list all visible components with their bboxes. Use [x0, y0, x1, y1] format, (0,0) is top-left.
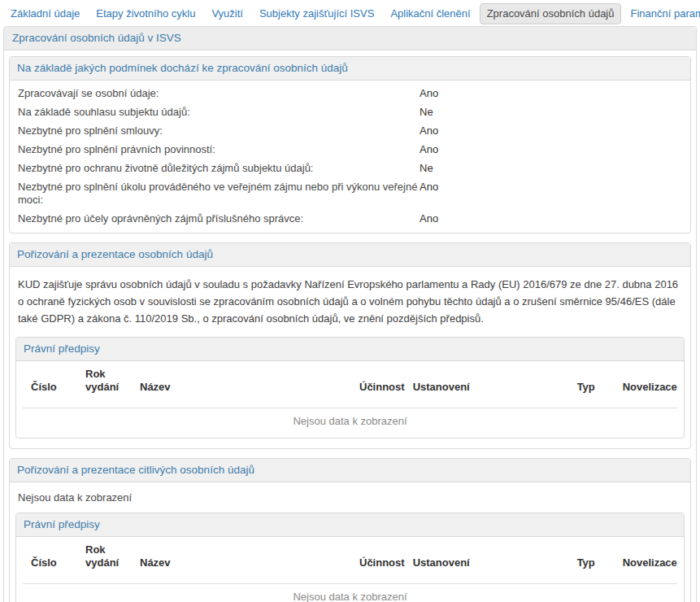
column-header-rok-vydani: Rok vydání [77, 543, 132, 569]
legal-regulations-grid: Číslo Rok vydání Název Účinnost Ustanove… [23, 361, 677, 438]
condition-value: Ano [420, 124, 438, 137]
tab-strip: Základní údaje Etapy životního cyklu Vyu… [0, 0, 700, 24]
section-personal-data-title: Pořizování a prezentace osobních údajů [10, 243, 690, 267]
grid-header-row: Číslo Rok vydání Název Účinnost Ustanove… [23, 361, 677, 408]
column-header-ustanoveni: Ustanovení [405, 556, 569, 569]
tab-vyuziti[interactable]: Využití [204, 3, 250, 24]
condition-label: Na základě souhlasu subjektu údajů: [18, 106, 420, 119]
legal-regulations-grid: Číslo Rok vydání Název Účinnost Ustanove… [23, 537, 677, 602]
column-header-nazev: Název [132, 381, 351, 394]
condition-value: Ano [420, 212, 438, 225]
legal-regulations-panel: Právní předpisy Číslo Rok vydání Název Ú… [15, 337, 685, 438]
condition-value: Ne [420, 106, 433, 119]
column-header-typ: Typ [569, 556, 615, 569]
condition-row: Nezbytné pro splnění právních povinností… [13, 140, 687, 159]
condition-label: Nezbytné pro splnění úkolu prováděného v… [18, 181, 420, 207]
column-header-novelizace: Novelizace [615, 381, 677, 394]
column-header-ucinnost: Účinnost [351, 556, 405, 569]
personal-data-panel: Zpracování osobních údajů v ISVS Na zákl… [3, 26, 697, 602]
condition-row: Nezbytné pro splnění smlouvy: Ano [13, 121, 687, 140]
condition-value: Ano [420, 181, 438, 207]
tab-zpracovani-osobnich-udaju[interactable]: Zpracování osobních údajů [480, 3, 622, 24]
section-personal-data: Pořizování a prezentace osobních údajů K… [9, 242, 691, 449]
section-conditions-body: Zpracovávají se osobní údaje: Ano Na zák… [10, 81, 690, 233]
condition-row: Nezbytné pro splnění úkolu prováděného v… [13, 177, 687, 209]
tab-financni-parametry[interactable]: Finanční parametry [623, 3, 700, 24]
section-sensitive-data: Pořizování a prezentace citlivých osobní… [9, 458, 691, 602]
sensitive-empty-message: Nejsou data k zobrazení [13, 486, 687, 511]
condition-label: Nezbytné pro ochranu životně důležitých … [18, 162, 420, 175]
condition-row: Nezbytné pro účely oprávněných zájmů pří… [13, 209, 687, 228]
column-header-typ: Typ [569, 381, 615, 394]
grid-empty-message: Nejsou data k zobrazení [23, 583, 677, 602]
condition-value: Ano [420, 143, 438, 156]
condition-row: Nezbytné pro ochranu životně důležitých … [13, 159, 687, 177]
tab-subjekty-zajistujici-isvs[interactable]: Subjekty zajišťující ISVS [252, 3, 381, 24]
tab-etapy-zivotniho-cyklu[interactable]: Etapy životního cyklu [89, 3, 202, 24]
tab-zakladni-udaje[interactable]: Základní údaje [3, 3, 87, 24]
condition-value: Ne [420, 162, 433, 175]
condition-value: Ano [420, 87, 438, 100]
condition-label: Nezbytné pro splnění právních povinností… [18, 143, 420, 156]
legal-regulations-title: Právní předpisy [16, 338, 684, 361]
section-personal-data-body: KUD zajišťuje správu osobních údajů v so… [10, 267, 690, 448]
condition-row: Na základě souhlasu subjektu údajů: Ne [13, 103, 687, 121]
column-header-ucinnost: Účinnost [351, 381, 405, 394]
section-sensitive-data-body: Nejsou data k zobrazení Právní předpisy … [10, 482, 690, 602]
section-conditions: Na základě jakých podmínek dochází ke zp… [9, 56, 691, 233]
gdpr-description: KUD zajišťuje správu osobních údajů v so… [13, 270, 687, 335]
grid-header-row: Číslo Rok vydání Název Účinnost Ustanove… [23, 537, 677, 583]
legal-regulations-title: Právní předpisy [16, 513, 684, 537]
column-header-cislo: Číslo [23, 556, 77, 569]
column-header-nazev: Název [132, 556, 351, 569]
condition-row: Zpracovávají se osobní údaje: Ano [13, 84, 687, 103]
grid-empty-message: Nejsou data k zobrazení [23, 408, 677, 438]
column-header-cislo: Číslo [23, 381, 77, 394]
panel-body: Na základě jakých podmínek dochází ke zp… [4, 50, 696, 602]
section-conditions-title: Na základě jakých podmínek dochází ke zp… [10, 57, 690, 81]
column-header-ustanoveni: Ustanovení [405, 381, 569, 394]
column-header-novelizace: Novelizace [615, 556, 677, 569]
condition-label: Nezbytné pro splnění smlouvy: [18, 124, 420, 137]
condition-label: Zpracovávají se osobní údaje: [18, 87, 420, 100]
panel-title: Zpracování osobních údajů v ISVS [4, 27, 696, 50]
legal-regulations-panel: Právní předpisy Číslo Rok vydání Název Ú… [15, 513, 685, 602]
column-header-rok-vydani: Rok vydání [77, 368, 132, 394]
tab-aplikacni-cleneni[interactable]: Aplikační členění [383, 3, 477, 24]
section-sensitive-data-title: Pořizování a prezentace citlivých osobní… [10, 459, 690, 482]
condition-label: Nezbytné pro účely oprávněných zájmů pří… [18, 212, 420, 225]
